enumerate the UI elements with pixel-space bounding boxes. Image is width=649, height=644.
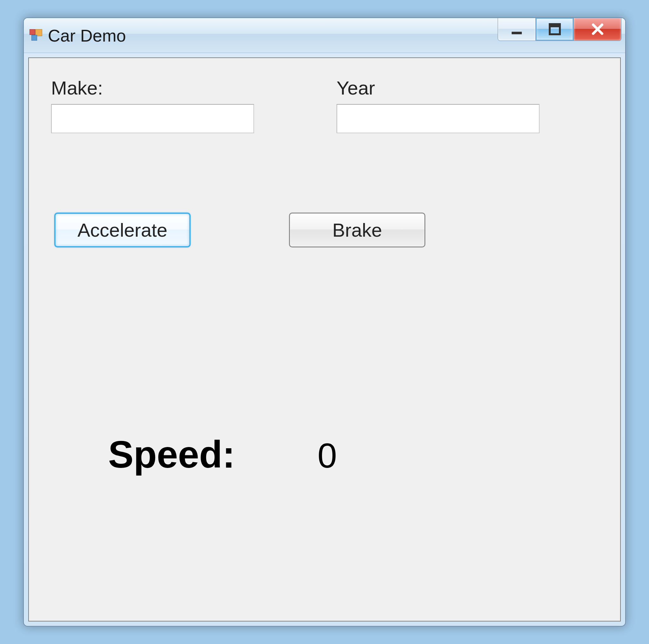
brake-button[interactable]: Brake (289, 213, 425, 248)
svg-rect-2 (550, 24, 560, 27)
button-row: Accelerate Brake (51, 213, 598, 248)
minimize-button[interactable] (498, 17, 536, 41)
year-input[interactable] (337, 104, 539, 133)
make-label: Make: (51, 77, 254, 99)
maximize-icon (548, 22, 562, 36)
make-field-group: Make: (51, 77, 254, 133)
client-area: Make: Year Accelerate Brake Speed: 0 (28, 57, 621, 621)
minimize-icon (510, 22, 524, 36)
close-icon (590, 22, 605, 37)
make-input[interactable] (51, 104, 254, 133)
maximize-button[interactable] (536, 17, 574, 41)
accelerate-button[interactable]: Accelerate (54, 213, 191, 248)
window-frame: Car Demo (23, 17, 626, 627)
year-field-group: Year (337, 77, 539, 133)
window-controls (498, 17, 621, 41)
form-row: Make: Year (51, 77, 598, 133)
svg-rect-0 (512, 32, 522, 34)
speed-display: Speed: 0 (108, 432, 337, 476)
window-title: Car Demo (48, 26, 126, 45)
titlebar[interactable]: Car Demo (24, 18, 625, 53)
app-icon (30, 29, 42, 42)
speed-value: 0 (317, 435, 337, 476)
close-button[interactable] (574, 17, 621, 41)
year-label: Year (337, 77, 539, 99)
speed-label: Speed: (108, 432, 235, 476)
